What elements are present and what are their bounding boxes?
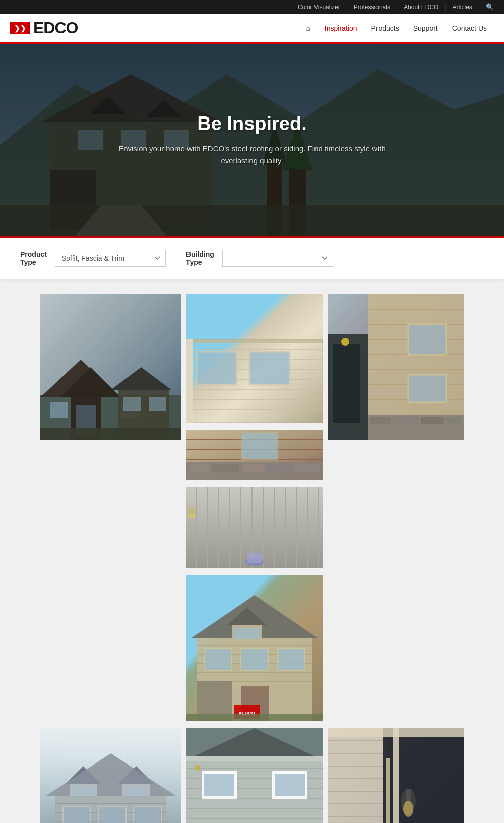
svg-rect-52 [212,464,239,472]
gallery-item-2[interactable] [186,294,323,425]
svg-rect-110 [393,417,418,424]
building-type-label: BuildingType [186,250,214,266]
gallery-item-9[interactable] [328,728,464,823]
hero-content: Be Inspired. Envision your home with EDC… [101,103,403,177]
svg-rect-173 [328,728,464,737]
gallery-item-7[interactable] [186,728,323,823]
nav-link-support[interactable]: Support [406,14,445,42]
svg-rect-104 [408,375,446,402]
svg-rect-55 [295,464,320,472]
svg-rect-109 [370,417,391,424]
gallery-item-8[interactable]: ■EDCO [186,575,323,723]
svg-rect-79 [234,628,260,639]
logo-icon: ❯❯ [10,22,30,34]
svg-rect-44 [186,339,193,423]
building-type-select[interactable] [222,250,333,267]
separator-2: | [396,4,398,11]
hero-subtitle: Envision your home with EDCO's steel roo… [111,143,393,167]
gallery-section: ■EDCO [0,294,504,823]
nav-link-inspiration[interactable]: Inspiration [318,14,364,44]
nav-item-support[interactable]: Support [406,14,445,42]
svg-rect-129 [134,806,161,823]
svg-rect-92 [186,714,323,721]
nav-item-products[interactable]: Products [364,14,406,42]
product-type-filter: ProductType Soffit, Fascia & Trim [20,250,166,267]
main-nav: ❯❯ EDCO ⌂ Inspiration Products Support C… [0,14,504,44]
nav-link-contact[interactable]: Contact Us [445,14,494,42]
nav-links: ⌂ Inspiration Products Support Contact U… [299,14,494,42]
filter-bar: ProductType Soffit, Fascia & Trim Buildi… [0,238,504,279]
separator-3: | [445,4,446,11]
svg-rect-111 [421,417,444,424]
hero-section: Be Inspired. Envision your home with EDC… [0,44,504,236]
svg-rect-56 [242,432,277,460]
topbar-link-articles[interactable]: Articles [453,4,472,11]
hero-title: Be Inspired. [111,113,393,135]
logo-chevrons: ❯❯ [14,24,26,32]
topbar-link-about[interactable]: About EDCO [404,4,438,11]
svg-rect-112 [446,417,461,424]
svg-point-154 [195,765,201,771]
gallery-item-4[interactable] [186,487,323,570]
svg-rect-106 [333,344,360,423]
svg-rect-153 [186,756,323,761]
nav-item-contact[interactable]: Contact Us [445,14,494,42]
svg-rect-33 [186,339,323,343]
gallery-item-6[interactable] [40,728,181,823]
svg-point-107 [341,338,349,346]
topbar-link-color-visualizer[interactable]: Color Visualizer [298,4,340,11]
svg-rect-172 [393,728,399,823]
nav-home-link[interactable]: ⌂ [299,14,317,42]
svg-rect-43 [249,352,290,385]
svg-rect-127 [63,806,91,823]
svg-rect-128 [98,806,126,823]
svg-rect-87 [277,648,305,671]
gallery-item-3[interactable] [186,430,323,482]
top-bar: Color Visualizer | Professionals | About… [0,0,504,14]
topbar-link-professionals[interactable]: Professionals [354,4,390,11]
svg-rect-103 [408,324,446,355]
svg-rect-168 [386,758,390,823]
svg-rect-171 [406,789,411,801]
gallery-item-1[interactable] [40,294,181,723]
logo[interactable]: ❯❯ EDCO [10,14,78,42]
product-type-label: ProductType [20,250,47,266]
svg-rect-53 [242,464,265,472]
building-type-filter: BuildingType [186,250,333,267]
logo-text: EDCO [33,19,78,37]
search-icon[interactable]: 🔍 [486,3,494,11]
svg-rect-86 [241,648,269,671]
svg-point-73 [188,514,196,519]
svg-rect-151 [275,774,305,796]
product-type-select[interactable]: Soffit, Fascia & Trim [55,250,166,267]
svg-rect-85 [204,648,232,671]
svg-rect-42 [197,352,237,385]
nav-item-inspiration[interactable]: Inspiration [318,14,364,42]
gallery-col2: ■EDCO [186,294,323,723]
svg-rect-31 [40,294,181,440]
svg-rect-149 [204,774,234,796]
gallery-col3-mid [186,728,323,823]
gallery-item-5[interactable] [328,294,464,723]
svg-rect-71 [247,553,262,563]
separator-1: | [346,4,348,11]
nav-item-home[interactable]: ⌂ [299,14,317,42]
separator-4: | [478,4,480,11]
svg-point-170 [403,801,413,817]
svg-rect-156 [328,728,388,823]
svg-rect-54 [267,464,292,472]
svg-rect-51 [189,464,209,472]
nav-link-products[interactable]: Products [364,14,406,42]
